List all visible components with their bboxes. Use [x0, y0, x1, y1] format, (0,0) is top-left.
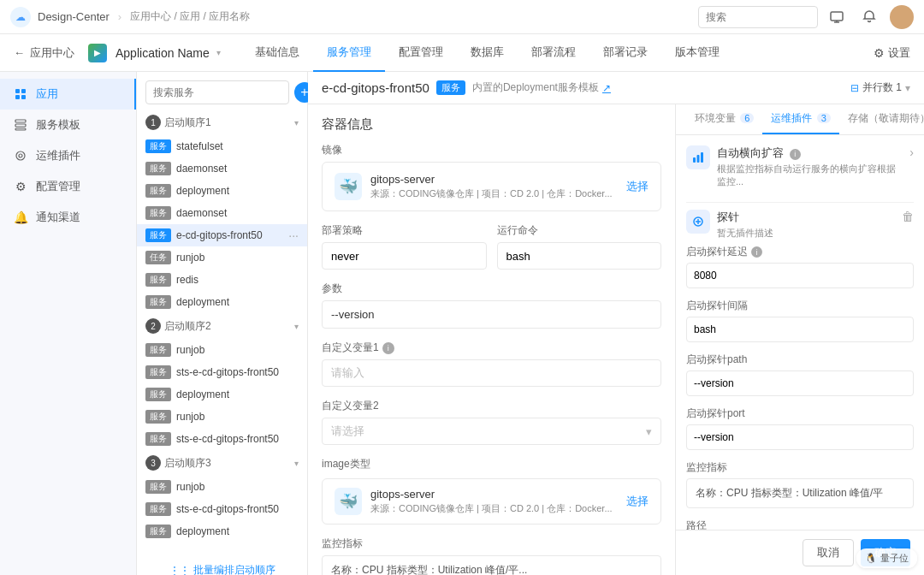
- group-1-number: 1: [145, 115, 161, 130]
- notify-icon: 🔔: [14, 210, 27, 224]
- service-item-sts-front50-1[interactable]: 服务 sts-e-cd-gitops-front50: [137, 361, 307, 383]
- sidebar-item-app[interactable]: 应用: [0, 79, 136, 110]
- service-item-statefulset[interactable]: 服务 statefulset: [137, 135, 307, 157]
- svg-point-10: [16, 151, 25, 160]
- settings-button[interactable]: ⚙ 设置: [874, 45, 910, 61]
- service-item-runjob-4[interactable]: 服务 runjob: [137, 476, 307, 498]
- bell-icon[interactable]: [857, 5, 881, 29]
- top-search-input[interactable]: [698, 6, 818, 28]
- probe-delay-label: 启动探针延迟 i: [686, 245, 914, 259]
- sidebar-item-notify[interactable]: 🔔 通知渠道: [0, 202, 136, 233]
- service-item-gitops-front50[interactable]: 服务 e-cd-gitops-front50 ···: [137, 224, 307, 246]
- service-item-name: sts-e-cd-gitops-front50: [176, 366, 299, 378]
- tab-database[interactable]: 数据库: [457, 34, 518, 72]
- custom-var1-label: 自定义变量1: [322, 341, 379, 355]
- tab-env-label: 环境变量: [695, 112, 736, 124]
- image-select-button[interactable]: 选择: [626, 179, 649, 194]
- path-group: 路径 + ⤢ ···: [686, 519, 914, 530]
- tab-version[interactable]: 版本管理: [661, 34, 733, 72]
- image-type-select-button[interactable]: 选择: [626, 494, 649, 509]
- custom-var2-select[interactable]: 请选择 ▾: [322, 418, 661, 445]
- batch-edit-button[interactable]: ⋮⋮ 批量编排启动顺序: [137, 556, 307, 575]
- service-group-2-header: 2 启动顺序2 ▾: [137, 313, 307, 339]
- plugin-tabs: 环境变量 6 运维插件 3 存储（敬请期待）: [676, 104, 924, 135]
- tab-basic[interactable]: 基础信息: [241, 34, 313, 72]
- params-box[interactable]: --version: [322, 300, 661, 329]
- user-avatar[interactable]: [890, 5, 914, 29]
- service-item-more-icon[interactable]: ···: [288, 228, 299, 242]
- group-2-number: 2: [145, 318, 161, 334]
- nav-back-button[interactable]: ← 应用中心: [14, 45, 74, 61]
- service-item-daemonset-1[interactable]: 服务 daemonset: [137, 157, 307, 180]
- autoscale-info-icon: i: [790, 149, 801, 160]
- nav-bar: ← 应用中心 ▶ Application Name ▾ 基础信息 服务管理 配置…: [0, 34, 924, 72]
- group-3-chevron-icon[interactable]: ▾: [294, 459, 299, 468]
- settings-label: 设置: [888, 45, 910, 61]
- autoscale-header: 自动横向扩容 i 根据监控指标自动运行服务的横向扩容根据监控... ›: [686, 145, 914, 188]
- meta-link-icon[interactable]: ↗: [602, 82, 611, 94]
- service-group-1-title: 1 启动顺序1: [145, 115, 211, 130]
- group-2-chevron-icon[interactable]: ▾: [294, 322, 299, 331]
- tab-service[interactable]: 服务管理: [313, 34, 385, 72]
- autoscale-plugin: 自动横向扩容 i 根据监控指标自动运行服务的横向扩容根据监控... ›: [686, 145, 914, 188]
- probe-interval-input[interactable]: [686, 317, 914, 342]
- breadcrumb-sep1: ›: [118, 10, 121, 23]
- sidebar-app-label: 应用: [36, 86, 58, 102]
- tab-deploy-flow[interactable]: 部署流程: [518, 34, 589, 72]
- cancel-button[interactable]: 取消: [803, 539, 854, 566]
- service-item-deployment-3[interactable]: 服务 deployment: [137, 383, 307, 406]
- sidebar-item-ops-plugin[interactable]: 运维插件: [0, 140, 136, 171]
- probe-delay-input[interactable]: [686, 263, 914, 288]
- service-item-runjob-3[interactable]: 服务 runjob: [137, 406, 307, 428]
- service-item-sts-front50-3[interactable]: 服务 sts-e-cd-gitops-front50: [137, 498, 307, 520]
- svg-rect-7: [15, 120, 26, 122]
- probe-path-input[interactable]: [686, 370, 914, 396]
- run-command-input[interactable]: [497, 242, 662, 270]
- probe-plugin: 探针 暂无插件描述 🗑 启动探针延迟 i: [686, 210, 914, 530]
- tab-config[interactable]: 配置管理: [385, 34, 457, 72]
- probe-delete-icon[interactable]: 🗑: [902, 210, 914, 223]
- group-1-label: 启动顺序1: [164, 116, 211, 130]
- sidebar-item-service-template[interactable]: 服务模板: [0, 110, 136, 140]
- image-type-docker-icon: 🐳: [335, 488, 362, 515]
- custom-var1-input[interactable]: 请输入: [322, 359, 661, 387]
- group-1-chevron-icon[interactable]: ▾: [294, 118, 299, 127]
- tab-deploy-record[interactable]: 部署记录: [589, 34, 661, 72]
- service-tag: 服务: [145, 480, 171, 494]
- service-item-daemonset-2[interactable]: 服务 daemonset: [137, 202, 307, 224]
- autoscale-chevron-icon[interactable]: ›: [909, 145, 914, 159]
- image-type-label: image类型: [322, 457, 661, 471]
- service-item-deployment-2[interactable]: 服务 deployment: [137, 291, 307, 313]
- service-item-runjob-1[interactable]: 任务 runjob: [137, 246, 307, 269]
- service-search-input[interactable]: [145, 80, 289, 104]
- group-3-label: 启动顺序3: [164, 456, 211, 471]
- service-group-1: 1 启动顺序1 ▾ 服务 statefulset 服务 daemonset 服务…: [137, 110, 307, 313]
- probe-port-input[interactable]: [686, 424, 914, 450]
- content-header: e-cd-gitops-front50 服务 内置的Deployment服务模板…: [308, 72, 924, 104]
- service-tag: 服务: [145, 432, 171, 446]
- tab-env-vars[interactable]: 环境变量 6: [686, 104, 762, 134]
- tab-storage[interactable]: 存储（敬请期待）: [839, 104, 924, 134]
- service-item-sts-front50-2[interactable]: 服务 sts-e-cd-gitops-front50: [137, 428, 307, 450]
- image-name: gitops-server: [370, 173, 618, 186]
- service-item-deployment-4[interactable]: 服务 deployment: [137, 520, 307, 542]
- service-item-name: sts-e-cd-gitops-front50: [176, 433, 299, 445]
- service-item-deployment-1[interactable]: 服务 deployment: [137, 180, 307, 202]
- service-item-name: deployment: [176, 185, 299, 197]
- service-tag: 服务: [145, 139, 171, 153]
- docker-icon: 🐳: [335, 173, 362, 200]
- app-logo-icon: ☁: [10, 7, 31, 27]
- tab-env-count: 6: [740, 113, 754, 123]
- parallel-chevron-icon[interactable]: ▾: [905, 82, 910, 94]
- service-tag: 服务: [145, 365, 171, 379]
- form-panel: 容器信息 镜像 🐳 gitops-server 来源：CODING镜像仓库 | …: [308, 104, 676, 575]
- service-item-runjob-2[interactable]: 服务 runjob: [137, 339, 307, 361]
- svg-rect-6: [21, 95, 26, 99]
- deploy-strategy-input[interactable]: [322, 242, 487, 270]
- service-search-area: +: [137, 72, 307, 110]
- tab-ops-plugin[interactable]: 运维插件 3: [762, 104, 838, 134]
- monitor-icon[interactable]: [825, 5, 849, 29]
- service-item-redis[interactable]: 服务 redis: [137, 269, 307, 291]
- service-list-panel: + 1 启动顺序1 ▾ 服务 statefulset 服务 daemonset …: [137, 72, 308, 575]
- sidebar-item-config[interactable]: ⚙ 配置管理: [0, 171, 136, 202]
